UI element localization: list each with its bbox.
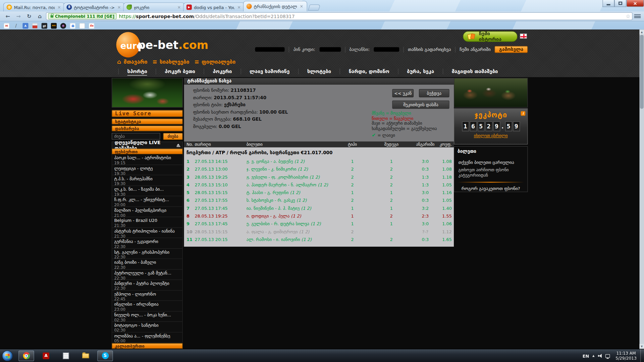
bookmark-icon[interactable]: M (4, 23, 9, 28)
list-item[interactable]: ლ.კ.ს. ნი... - ზავიშა ბი... 19:30 (112, 186, 182, 196)
bookmark-icon[interactable] (79, 23, 85, 28)
reload-icon[interactable]: ↻ (24, 12, 34, 20)
browser-tab[interactable]: ▶ dodig vs pella - YouTube (183, 2, 245, 11)
adobe-reader-taskbar-icon[interactable]: A (38, 350, 54, 361)
list-item[interactable]: პანდური - პეტრა პლოეშტი 22:30 (112, 280, 182, 290)
bookmark-icon[interactable] (32, 23, 38, 28)
tab-close-icon[interactable] (236, 5, 241, 10)
transfer-link[interactable]: თანხის გადარიცხვა (408, 47, 451, 52)
bookmark-star-icon[interactable]: ☆ (626, 13, 630, 19)
show-desktop-button[interactable] (640, 349, 644, 362)
list-item[interactable]: სტ. გალენი - გრასჰოპერსი 22:30 (112, 248, 182, 259)
taskbar-clock[interactable]: 11:13 AM 5/29/2013 (613, 351, 639, 361)
list-item[interactable]: ბოტაფოგო - სანტოსი 02:30 (112, 322, 182, 332)
tab-close-icon[interactable] (57, 5, 62, 10)
chrome-taskbar-icon[interactable] (18, 350, 34, 361)
top-nav-item[interactable]: ≡ სიახლეები (152, 58, 189, 65)
main-nav-item[interactable]: პოკერი (204, 68, 240, 74)
browser-tab[interactable]: 8 ტოტალიზატორი -> TBI (63, 2, 125, 11)
language-indicator[interactable]: EN (583, 353, 589, 358)
search-input[interactable] (112, 133, 160, 140)
top-nav-item[interactable]: ⌂ მთავარი (117, 58, 148, 65)
scroll-down-icon[interactable]: ▼ (640, 344, 644, 349)
main-nav-item[interactable]: ნარდი, დომინო (340, 68, 398, 74)
volume-icon[interactable] (598, 354, 602, 358)
collapse-icon[interactable] (177, 143, 180, 147)
print-button[interactable]: ბეჭდვა (419, 89, 449, 97)
close-icon[interactable]: × (626, 0, 644, 7)
main-nav-item[interactable]: პოკერ ბეთი (156, 68, 204, 74)
list-item[interactable]: ნიუელს ოლ... - ბოკა ხუნი... 02:30 (112, 311, 182, 322)
network-icon[interactable] (605, 354, 610, 358)
main-nav-item[interactable]: მაგიდის თამაშები (443, 68, 506, 74)
horse-racing-banner-image[interactable] (454, 78, 528, 108)
notepad-taskbar-icon[interactable] (58, 350, 74, 361)
main-nav-item[interactable]: სპორტი (118, 68, 156, 74)
logout-button[interactable]: გამოსვლა (495, 46, 528, 53)
list-item[interactable]: იანგ ბოიზი - ბაზელი 22:30 (112, 259, 182, 269)
list-item[interactable]: ტ.პ.ს. - მარიეჰამნი 19:30 (112, 175, 182, 186)
sidebar-button[interactable]: Live Score (112, 110, 183, 117)
minimize-icon[interactable] (602, 0, 614, 7)
tab-close-icon[interactable] (177, 5, 182, 10)
list-item[interactable]: ემპოლი - ლივორნო 22:45 (112, 290, 182, 301)
address-bar[interactable]: Chempionebi 111 ltd [GE] https://sport.e… (46, 12, 633, 20)
list-item[interactable]: ლეიფციგი - ლოტე 19:30 (112, 165, 182, 175)
bookmark-icon[interactable]: gt (42, 23, 47, 28)
new-tab-button[interactable] (308, 4, 321, 10)
jackpot-table-link[interactable]: იხილეთ ცხრილი (454, 133, 527, 138)
list-item[interactable]: ჩ.ფ.რ. კლ... - უნივერსიტ... 20:00 (112, 196, 182, 206)
list-item[interactable]: გერმანია - ეკვადორი 22:30 (112, 238, 182, 248)
live-games-header[interactable]: დღევანდელი LIVE თამაშები (112, 141, 183, 148)
tab-close-icon[interactable] (117, 5, 122, 10)
browser-menu-icon[interactable] (634, 13, 641, 19)
scroll-up-icon[interactable]: ▲ (640, 29, 644, 35)
georgian-flag-icon[interactable] (520, 34, 527, 39)
list-item[interactable]: ინგლისი - ირლანდია 23:00 (112, 301, 182, 311)
home-icon[interactable]: ⌂ (35, 12, 44, 20)
my-history-button[interactable]: ჩემი ისტორია (463, 31, 518, 42)
browser-tab[interactable]: ტრანსაქციის დეტალები (243, 1, 307, 11)
ev-certificate-badge[interactable]: Chempionebi 111 ltd [GE] (48, 13, 117, 19)
bookmark-icon[interactable]: fn (89, 23, 94, 28)
tray-expand-icon[interactable]: ▲ (592, 354, 595, 358)
main-nav-item[interactable]: სლოტები (298, 68, 340, 74)
bookmark-icon[interactable]: ılı (70, 23, 75, 28)
maximize-icon[interactable] (614, 0, 627, 7)
bookmark-icon[interactable]: e (60, 23, 66, 28)
main-nav-item[interactable]: ბურა, სეკა (398, 68, 442, 74)
main-nav-item[interactable]: ლაივ სამორინე (240, 68, 298, 74)
browser-tab[interactable]: ჯოკერი (123, 2, 185, 11)
search-button[interactable]: ძიება (163, 133, 183, 140)
start-button[interactable] (2, 350, 13, 361)
site-logo[interactable]: euro pe-bet.com (116, 32, 209, 58)
football-banner-image[interactable] (112, 78, 183, 108)
tab-close-icon[interactable] (299, 4, 304, 9)
how-to-bet-link[interactable]: როგორ გავაკეთოთ ფსონი? (454, 183, 527, 191)
category-football[interactable]: ფეხბურთი (112, 148, 183, 154)
bookmark-icon[interactable]: AIO (51, 23, 57, 28)
list-item[interactable]: პეტროლეული - გაზ მეტან... 22:30 (112, 269, 182, 280)
ask-question-button[interactable]: შეკითხვის დასმა (392, 101, 449, 109)
list-item[interactable]: ასტერას ტრიპოლისი - იანინა 21:30 (112, 228, 182, 238)
category-basketball[interactable]: კალათბურთი (112, 343, 183, 349)
back-icon[interactable]: ← (3, 12, 12, 20)
back-button[interactable]: << უკან (392, 89, 414, 97)
info-icon[interactable]: i (521, 111, 525, 116)
forward-icon[interactable]: → (14, 12, 23, 20)
top-nav-item[interactable]: ≡ ფილიალები (194, 58, 235, 65)
list-item[interactable]: ოლიმპია ა... - ფლუმინენსე 05:00 (112, 332, 182, 343)
page-scrollbar[interactable]: ▲ ▼ (640, 29, 644, 349)
list-item[interactable]: მალმიო - ჰელსინგბორგი 21:00 (112, 207, 182, 217)
bookmark-icon[interactable]: A (22, 23, 28, 28)
list-item[interactable]: Belgium - Brazil U20 21:30 (112, 217, 182, 228)
browser-tab[interactable]: @ Mail.Ru: почта, поиск в и (3, 2, 65, 11)
skype-taskbar-icon[interactable]: S (97, 350, 113, 361)
sidebar-button[interactable]: დახმარება (112, 126, 183, 131)
bookmark-icon[interactable]: / (13, 23, 19, 28)
explorer-taskbar-icon[interactable] (77, 350, 93, 361)
list-item[interactable]: პაოკი სალ... - ატრომიტოსი 19:15 (112, 154, 182, 165)
sidebar-button[interactable]: სტატისტიკა (112, 119, 183, 124)
scrollbar-thumb[interactable] (640, 35, 644, 109)
my-account-link[interactable]: ჩემი ანგარიში (460, 47, 490, 52)
